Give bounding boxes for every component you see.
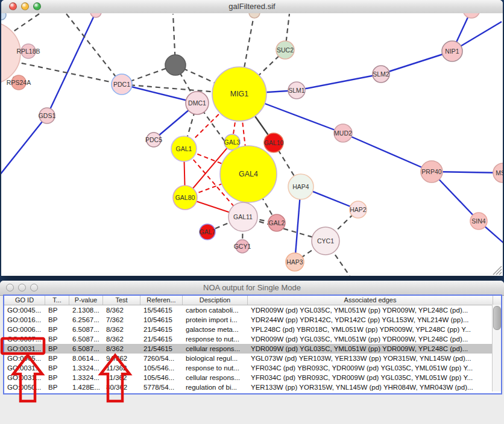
network-node[interactable] [165, 55, 186, 75]
node-label: SUC2 [277, 46, 294, 54]
table-cell: 21/54615 [140, 344, 183, 354]
table-cell: GO:0050... [4, 382, 45, 392]
node-label: CYC1 [317, 237, 334, 245]
table-cell: 1.3324... [69, 373, 103, 382]
table-cell: 21/54615 [140, 334, 183, 344]
noa-window-title: NOA output for Single Mode [0, 283, 504, 292]
table-row[interactable]: GO:0045...BP2.1308...8/36215/54615carbon… [4, 305, 501, 315]
column-header-3[interactable]: P-value [69, 296, 103, 305]
table-cell: YFR034C (pd) YBR093C, YDR009W (pd) YGL03… [248, 363, 493, 373]
table-header-row: GO IDT...P-valueTestReferen...Desciption… [4, 296, 501, 305]
table-cell: BP [45, 382, 69, 392]
column-header-7[interactable]: Associated edges [248, 296, 493, 305]
table-cell: BP [45, 344, 69, 354]
table-cell: cellular respons... [183, 344, 248, 354]
table-cell: BP [45, 305, 69, 315]
noa-window: NOA output for Single Mode GO IDT...P-va… [0, 281, 504, 424]
network-edge [343, 133, 432, 172]
table-cell: protein import i... [183, 315, 248, 325]
table-cell: 11/362 [103, 363, 140, 373]
table-cell: 1.428E... [69, 382, 103, 392]
table-cell: 11/362 [103, 373, 140, 382]
column-header-5[interactable]: Referen... [140, 296, 183, 305]
node-label: RPL18B [16, 48, 40, 55]
table-cell: GO:0031... [4, 373, 45, 382]
node-label: GAL7 [200, 228, 216, 235]
table-cell: BP [45, 315, 69, 325]
table-cell: BP [45, 363, 69, 373]
table-cell: 7260/54... [140, 354, 183, 363]
table-row[interactable]: GO:0065...BP8.0614...94/3627260/54...bio… [4, 354, 501, 363]
network-canvas[interactable]: RPL18BRPS24AGDS1PDC1DMC1MIG1SUC2SLM1SLM2… [1, 13, 503, 276]
table-cell: 8/362 [103, 325, 140, 334]
table-row[interactable]: GO:0031...BP6.5087...8/36221/54615cellul… [4, 344, 501, 354]
table-cell: 105/546... [140, 363, 183, 373]
table-cell: galactose meta... [183, 325, 248, 334]
network-edge [297, 74, 381, 90]
resize-grip[interactable] [493, 266, 502, 275]
table-cell: 6.2567... [69, 315, 103, 325]
network-node[interactable] [90, 13, 101, 17]
table-cell: GO:0016... [4, 315, 45, 325]
node-label: NIP1 [445, 48, 459, 55]
table-cell: 80/362 [103, 382, 140, 392]
node-label: PDC5 [145, 136, 162, 143]
table-cell: BP [45, 325, 69, 334]
table-cell: 5778/54... [140, 382, 183, 392]
node-label: MSN [496, 169, 503, 176]
table-cell: GO:0045... [4, 305, 45, 315]
table-cell: YER133W (pp) YOR315W, YNL145W (pd) YHR08… [248, 382, 493, 392]
noa-window-titlebar[interactable]: NOA output for Single Mode [0, 281, 504, 296]
table-cell: response to nut... [183, 363, 248, 373]
network-window-titlebar[interactable]: galFiltered.sif [1, 0, 503, 14]
table-cell: GO:0031... [4, 344, 45, 354]
column-header-6[interactable]: Desciption [183, 296, 248, 305]
table-row[interactable]: GO:0006...BP6.5087...8/36221/54615galact… [4, 325, 501, 334]
node-label: GAL2 [269, 219, 285, 226]
node-label: GDS1 [39, 112, 56, 119]
network-node[interactable] [463, 13, 480, 18]
network-node[interactable] [249, 13, 260, 18]
table-cell: GO:0007... [4, 334, 45, 344]
table-cell: 15/54615 [140, 305, 183, 315]
node-label: HAP2 [350, 206, 367, 213]
table-row[interactable]: GO:0016...BP6.2567...7/36210/54615protei… [4, 315, 501, 325]
table-cell: GO:0031... [4, 363, 45, 373]
table-row[interactable]: GO:0031...BP1.3324...11/362105/546...res… [4, 363, 501, 373]
node-label: GAL80 [175, 194, 195, 201]
table-cell: 7/362 [103, 315, 140, 325]
table-cell: YDR009W (pd) YGL035C, YML051W (pp) YDR00… [248, 305, 493, 315]
node-label: GAL11 [233, 213, 253, 220]
table-cell: 2.1308... [69, 305, 103, 315]
desktop: { "network_window": { "title": "galFilte… [0, 0, 504, 424]
table-row[interactable]: GO:0031...BP1.3324...11/362105/546...cel… [4, 373, 501, 382]
table-cell: BP [45, 373, 69, 382]
table-cell: 1.3324... [69, 363, 103, 373]
column-header-1[interactable]: GO ID [4, 296, 45, 305]
network-edge [47, 13, 96, 116]
node-label: PRP40 [421, 168, 441, 175]
node-label: GCY1 [234, 243, 251, 250]
node-label: RPS24A [7, 79, 31, 86]
table-cell: 6.5087... [69, 344, 103, 354]
vertical-scrollbar[interactable] [492, 305, 501, 391]
table-row[interactable]: GO:0050...BP1.428E...80/3625778/54...reg… [4, 382, 501, 392]
table-cell: 8/362 [103, 305, 140, 315]
table-row[interactable]: GO:0007...BP6.5087...8/36221/54615respon… [4, 334, 501, 344]
node-label: GAL3 [224, 139, 241, 146]
table-cell: GO:0065... [4, 354, 45, 363]
results-table: GO IDT...P-valueTestReferen...Desciption… [3, 295, 502, 394]
column-header-2[interactable]: T... [45, 296, 69, 305]
node-label: GAL1 [176, 145, 192, 152]
scrollbar-thumb[interactable] [493, 306, 501, 330]
table-cell: BP [45, 354, 69, 363]
table-cell: 8/362 [103, 344, 140, 354]
table-cell: YDR009W (pd) YGL035C, YML051W (pp) YDR00… [248, 344, 493, 354]
column-header-4[interactable]: Test [103, 296, 140, 305]
table-cell: YDR244W (pp) YDR142C, YDR142C (pp) YGL15… [248, 315, 493, 325]
network-node[interactable] [1, 13, 6, 20]
table-cell: YPL248C (pd) YBR018C, YML051W (pp) YDR00… [248, 325, 493, 334]
node-label: GAL10 [264, 139, 284, 146]
table-cell: 8/362 [103, 334, 140, 344]
node-label: SIN4 [471, 217, 486, 225]
